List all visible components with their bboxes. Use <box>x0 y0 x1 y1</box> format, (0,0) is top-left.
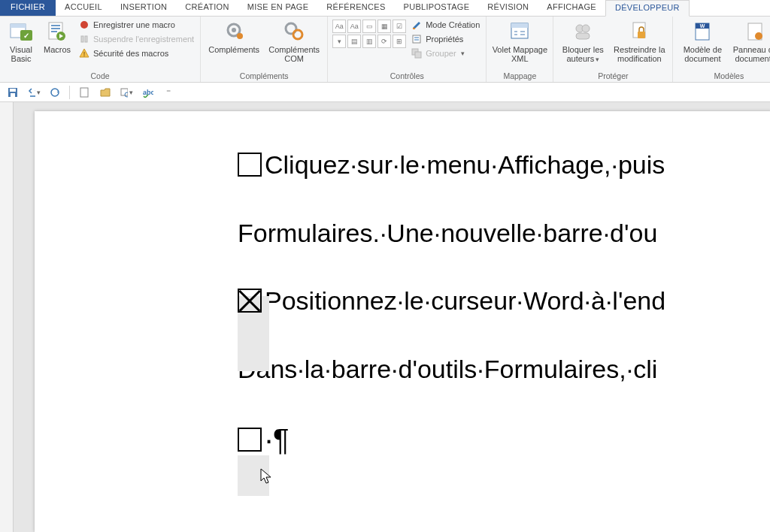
macros-label: Macros <box>44 45 71 54</box>
tab-publipostage[interactable]: PUBLIPOSTAGE <box>395 0 479 16</box>
text-line-2: Formulaires.·Une·nouvelle·barre·d'ou <box>238 217 657 249</box>
visual-basic-label: Visual Basic <box>5 45 38 63</box>
document-template-label: Modèle de document <box>678 45 727 63</box>
tab-file[interactable]: FICHIER <box>0 0 56 16</box>
paragraph-2[interactable]: Formulaires.·Une·nouvelle·barre·d'ou <box>238 217 770 249</box>
macro-security-label: Sécurité des macros <box>93 49 168 58</box>
design-mode-button[interactable]: Mode Création <box>409 18 481 32</box>
svg-point-6 <box>80 21 88 29</box>
design-icon <box>411 19 423 31</box>
tab-affichage[interactable]: AFFICHAGE <box>538 0 605 16</box>
redo-button[interactable] <box>48 86 62 99</box>
macro-security-button[interactable]: ! Sécurité des macros <box>77 47 196 60</box>
visual-basic-button[interactable]: ✓ Visual Basic <box>3 18 39 65</box>
group-proteger-label: Protéger <box>556 71 669 82</box>
svg-rect-20 <box>511 23 528 28</box>
paragraph-5[interactable]: ·¶ <box>238 421 770 458</box>
complements-com-label: Compléments COM <box>265 45 323 63</box>
svg-point-14 <box>293 30 302 39</box>
tab-insertion[interactable]: INSERTION <box>111 0 176 16</box>
group-code: ✓ Visual Basic Macros Enregistrer une ma… <box>0 17 201 82</box>
pilcrow-mark: ·¶ <box>265 421 290 458</box>
ctrl-plaintext[interactable]: Aa <box>347 20 361 33</box>
record-macro-label: Enregistrer une macro <box>93 20 175 29</box>
document-panel-button[interactable]: Panneau de documents <box>729 18 770 65</box>
ctrl-legacy[interactable]: ⊞ <box>393 35 406 48</box>
quick-access-toolbar: ▾ ▾ abc ⁼ <box>0 83 770 102</box>
preview-button[interactable]: ▾ <box>120 86 133 99</box>
svg-rect-25 <box>638 32 645 38</box>
vertical-ruler[interactable] <box>0 102 14 532</box>
gear-com-icon <box>282 20 306 44</box>
ctrl-date[interactable]: ▥ <box>362 35 376 48</box>
svg-text:✓: ✓ <box>23 32 29 40</box>
svg-text:W: W <box>700 23 705 29</box>
ctrl-richtext[interactable]: Aa <box>332 20 346 33</box>
properties-button[interactable]: Propriétés <box>409 32 481 46</box>
template-icon: W <box>690 20 714 44</box>
text-line-3: Positionnez·le·curseur·Word·à·l'end <box>265 285 665 317</box>
ctrl-repeating[interactable]: ⟳ <box>377 35 391 48</box>
pause-recording-label: Suspendre l'enregistrement <box>93 35 194 44</box>
text-line-4: Dans·la·barre·d'outils·Formulaires,·cli <box>238 353 657 385</box>
ribbon: ✓ Visual Basic Macros Enregistrer une ma… <box>0 17 770 83</box>
ctrl-combobox[interactable]: ▾ <box>332 35 346 48</box>
ribbon-tabs: FICHIER ACCUEIL INSERTION CRÉATION MISE … <box>0 0 770 17</box>
xml-mapping-button[interactable]: Volet Mappage XML <box>490 18 550 65</box>
qat-customize[interactable]: ⁼ <box>162 86 175 99</box>
complements-button[interactable]: Compléments <box>204 18 264 56</box>
tab-developpeur[interactable]: DÉVELOPPEUR <box>605 0 690 17</box>
paragraph-1[interactable]: Cliquez·sur·le·menu·Affichage,·puis <box>238 149 770 181</box>
document-page[interactable]: Cliquez·sur·le·menu·Affichage,·puis Form… <box>35 111 770 532</box>
checkbox-unchecked-2[interactable] <box>238 428 262 452</box>
group-ctrl-label: Grouper <box>426 49 456 58</box>
svg-rect-35 <box>80 88 88 97</box>
svg-point-22 <box>582 25 590 32</box>
macros-button[interactable]: Macros <box>39 18 75 56</box>
ctrl-building-block[interactable]: ▦ <box>377 20 391 33</box>
tab-mise-en-page[interactable]: MISE EN PAGE <box>238 0 318 16</box>
svg-point-12 <box>237 33 243 39</box>
group-icon <box>411 47 423 59</box>
pause-icon <box>78 33 90 45</box>
xml-icon <box>508 20 532 44</box>
tab-revision[interactable]: RÉVISION <box>478 0 538 16</box>
svg-rect-7 <box>81 36 83 42</box>
properties-label: Propriétés <box>426 35 463 44</box>
design-mode-label: Mode Création <box>426 20 480 29</box>
new-button[interactable] <box>77 86 91 99</box>
group-mappage: Volet Mappage XML Mappage <box>487 17 553 82</box>
visual-basic-icon: ✓ <box>9 20 33 44</box>
restrict-editing-button[interactable]: Restreindre la modification <box>609 18 669 65</box>
ctrl-checkbox[interactable]: ☑ <box>393 20 406 33</box>
ctrl-dropdown[interactable]: ▤ <box>347 35 361 48</box>
document-area: Cliquez·sur·le·menu·Affichage,·puis Form… <box>0 102 770 532</box>
group-proteger: Bloquer les auteurs▾ Restreindre la modi… <box>553 17 673 82</box>
spellcheck-button[interactable]: abc <box>141 86 154 99</box>
group-complements-label: Compléments <box>204 71 324 82</box>
controls-gallery[interactable]: Aa Aa ▭ ▦ ☑ ▾ ▤ ▥ ⟳ ⊞ <box>331 18 408 65</box>
document-panel-label: Panneau de documents <box>730 45 770 63</box>
svg-rect-15 <box>413 28 415 29</box>
tab-accueil[interactable]: ACCUEIL <box>56 0 111 16</box>
group-complements: Compléments Compléments COM Compléments <box>201 17 328 82</box>
svg-rect-23 <box>576 33 590 39</box>
checkbox-checked[interactable] <box>238 289 262 313</box>
undo-button[interactable]: ▾ <box>27 86 41 99</box>
document-template-button[interactable]: W Modèle de document <box>676 18 729 65</box>
ctrl-picture[interactable]: ▭ <box>362 20 376 33</box>
tab-references[interactable]: RÉFÉRENCES <box>317 0 394 16</box>
group-controles: Aa Aa ▭ ▦ ☑ ▾ ▤ ▥ ⟳ ⊞ Mode Création Prop… <box>328 17 487 82</box>
tab-creation[interactable]: CRÉATION <box>176 0 238 16</box>
macros-icon <box>45 20 69 44</box>
checkbox-unchecked-1[interactable] <box>238 153 262 177</box>
complements-com-button[interactable]: Compléments COM <box>264 18 324 65</box>
group-code-label: Code <box>3 71 197 82</box>
paragraph-4[interactable]: Dans·la·barre·d'outils·Formulaires,·cli <box>238 353 770 385</box>
save-button[interactable] <box>6 86 20 99</box>
text-line-1: Cliquez·sur·le·menu·Affichage,·puis <box>265 149 665 181</box>
open-button[interactable] <box>99 86 112 99</box>
svg-rect-1 <box>11 24 26 28</box>
record-macro-button[interactable]: Enregistrer une macro <box>77 18 196 32</box>
paragraph-3[interactable]: Positionnez·le·curseur·Word·à·l'end <box>238 285 770 317</box>
